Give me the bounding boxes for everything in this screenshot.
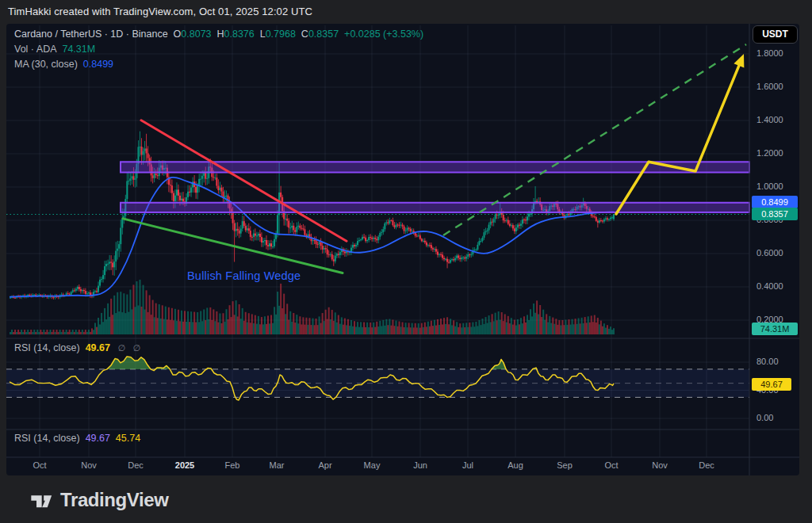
time-tick: Apr: [318, 460, 331, 470]
price-tick: 0.4000: [756, 281, 783, 291]
time-tick: Nov: [81, 460, 97, 470]
pane-dividers: [6, 24, 799, 475]
tradingview-export: TimHakki created with TradingView.com, O…: [0, 0, 812, 523]
time-tick: Oct: [604, 460, 618, 470]
price-tick: 1.0000: [756, 181, 783, 191]
symbol-legend-row[interactable]: Cardano / TetherUS · 1D · Binance O0.807…: [14, 29, 423, 40]
ohlc-close-value: 0.8357: [308, 29, 339, 40]
last-price-chip: 0.8357: [752, 208, 798, 220]
time-tick: Mar: [270, 460, 285, 470]
change-value: +0.0285 (+3.53%): [344, 29, 423, 40]
tradingview-wordmark: TradingView: [60, 489, 169, 511]
rsi-tick: 0.00: [756, 413, 773, 422]
volume-chip: 74.31M: [752, 323, 798, 335]
tradingview-glyph-icon: [29, 488, 52, 512]
candles[interactable]: [10, 132, 615, 300]
volume-legend-row[interactable]: Vol · ADA 74.31M: [14, 44, 95, 55]
price-tick: 1.2000: [756, 148, 783, 158]
symbol-title: Cardano / TetherUS · 1D · Binance: [14, 29, 168, 40]
time-tick: Dec: [699, 460, 714, 470]
time-tick: 2025: [175, 460, 194, 470]
rsi-legend-row[interactable]: RSI (14, close) 49.67 ∅ ∅: [14, 342, 140, 353]
price-tick: 0.6000: [756, 248, 783, 258]
price-tick: 1.4000: [756, 115, 783, 124]
ma-value: 0.8499: [83, 59, 113, 70]
rsi-value-chip: 49.67: [752, 378, 791, 391]
time-tick: Jul: [462, 460, 473, 470]
price-tick: 1.8000: [756, 48, 783, 58]
chart-canvas[interactable]: [6, 24, 799, 475]
ohlc-high-value: 0.8376: [224, 29, 255, 40]
ma-price-chip: 0.8499: [752, 196, 798, 208]
ohlc-open-label: O: [174, 29, 182, 40]
ohlc-open-value: 0.8073: [181, 29, 211, 40]
ohlc-low-value: 0.7968: [266, 29, 296, 40]
rsi2-label: RSI (14, close): [14, 433, 80, 444]
volume-label: Vol · ADA: [14, 44, 57, 55]
rsi-value: 49.67: [86, 342, 110, 353]
time-tick: Jun: [413, 460, 427, 470]
hidden-source-icon[interactable]: ∅: [132, 343, 140, 353]
tradingview-logo[interactable]: TradingView: [29, 486, 169, 514]
wedge-annotation[interactable]: Bullish Falling Wedge: [187, 269, 301, 282]
ohlc-close-label: C: [301, 29, 308, 40]
rsi2-value-2: 45.74: [116, 433, 140, 444]
rsi-label: RSI (14, close): [14, 342, 80, 353]
time-tick: Nov: [652, 460, 668, 470]
time-tick: Aug: [508, 460, 523, 470]
time-tick: Feb: [225, 460, 240, 470]
chart-panel[interactable]: Cardano / TetherUS · 1D · Binance O0.807…: [6, 24, 799, 475]
ohlc-high-label: H: [217, 29, 224, 40]
wedge-trendlines[interactable]: [123, 120, 347, 273]
target-arrow[interactable]: [616, 54, 744, 214]
rsi2-value-1: 49.67: [86, 433, 110, 444]
time-tick: Oct: [33, 460, 46, 470]
time-tick: May: [364, 460, 381, 470]
ma-label: MA (30, close): [14, 59, 78, 70]
ohlc-low-label: L: [260, 29, 266, 40]
volume-value: 74.31M: [62, 44, 95, 55]
ma-legend-row[interactable]: MA (30, close) 0.8499: [14, 59, 113, 70]
time-tick: Dec: [128, 460, 144, 470]
hidden-source-icon[interactable]: ∅: [117, 343, 125, 353]
rsi2-legend-row[interactable]: RSI (14, close) 49.67 45.74: [14, 433, 140, 444]
currency-toggle-button[interactable]: USDT: [753, 25, 798, 44]
price-tick: 1.6000: [756, 82, 783, 91]
attribution-bar: TimHakki created with TradingView.com, O…: [0, 0, 812, 24]
time-tick: Sep: [557, 460, 573, 470]
rsi-tick: 80.00: [756, 357, 779, 366]
volume-bars: [10, 280, 615, 334]
